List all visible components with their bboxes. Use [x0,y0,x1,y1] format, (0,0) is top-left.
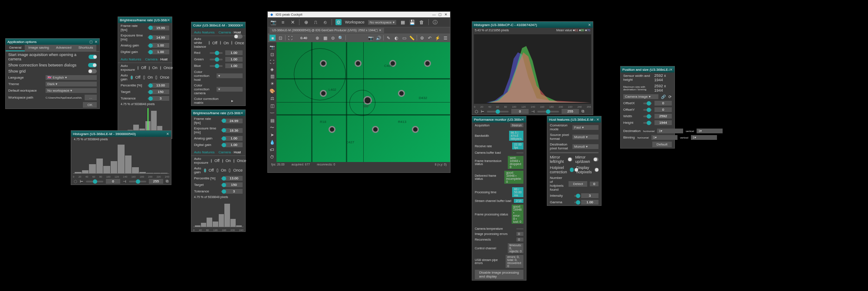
close-icon[interactable]: ✕ [670,68,673,72]
sound-icon[interactable]: 🔊 [375,35,381,41]
snap-icon[interactable]: ⊡ [277,35,283,41]
handle-left-icon[interactable]: ⊢ [80,179,83,184]
digital-value[interactable]: 1.00 [152,50,169,54]
gear-icon[interactable]: ⚙ [335,19,342,25]
exposure-value[interactable]: 14.99 [152,35,169,40]
close-icon[interactable]: ✕ [596,118,599,122]
handle-right-icon[interactable]: ⊣ [531,109,535,114]
autoexp-on[interactable] [149,66,150,70]
copy-icon[interactable]: ⧉ [166,179,168,184]
handle-right-icon[interactable]: ⊣ [123,179,126,184]
copy-icon[interactable]: ⧉ [582,109,584,114]
brightness1-titlebar[interactable]: Brightness/frame rate (U3-368xLE-M - 390… [118,17,172,23]
start-acq-toggle[interactable] [89,55,97,59]
mlr-toggle[interactable] [568,157,573,162]
camera-tool-icon[interactable]: 📷 [269,44,276,50]
autogain-once[interactable] [155,76,157,79]
blue-slider[interactable] [210,65,223,67]
low-slider[interactable] [86,181,103,182]
auto-toggle[interactable] [234,34,243,39]
framerate-value[interactable]: 15.99 [152,26,169,30]
color-titlebar[interactable]: Color (U3-368xLE-M - 3900000543)✕ [191,22,245,28]
histo-small-titlebar[interactable]: Histogram (U3-368xLE-M - 3900000543)✕ [71,131,171,137]
curve-tool-icon[interactable]: 〰 [269,110,276,116]
dpf-select[interactable]: Mono8 ▾ [572,144,598,149]
close-icon[interactable]: ✕ [95,40,98,44]
theme-select[interactable]: Dark ▾ [46,82,97,86]
link-icon[interactable]: ⎋ [322,19,328,25]
save-icon[interactable]: 💾 [409,19,415,25]
position-titlebar[interactable]: Position and size (U3-368xLE-M - 3900000… [621,66,674,73]
oy-slider[interactable] [643,109,652,111]
bin-h-select[interactable]: 1▾ [651,135,677,140]
zoom-value[interactable]: 0.40 [295,36,312,40]
zoom-out-icon[interactable]: ⊖ [330,35,336,41]
handle-left-icon[interactable]: ⊢ [481,109,484,114]
awb-once[interactable] [231,41,232,45]
menu2-icon[interactable]: ☰ [442,35,448,41]
adjust-tool-icon[interactable]: ⛶ [269,59,276,65]
bin-v-select[interactable]: 1▾ [691,135,717,140]
autogain-off[interactable] [131,76,132,79]
red-slider[interactable] [210,52,223,54]
tab-shortcuts[interactable]: Shortcuts [75,45,97,51]
fit-icon[interactable]: ⛶ [287,35,293,41]
detect-button[interactable]: Detect [569,181,587,187]
low-slider[interactable] [487,111,509,112]
framerate-slider[interactable] [148,27,149,29]
h-slider[interactable] [643,122,652,124]
expand-icon[interactable]: ▸ [231,99,233,103]
workspace-select[interactable]: No workspace ▾ [368,20,396,25]
log-icon[interactable]: ⬡ [74,179,77,184]
usb-icon[interactable]: ⎍ [312,19,319,25]
analog-slider[interactable] [148,45,149,46]
undo-icon[interactable]: ↶ [427,35,433,41]
network-icon[interactable]: ⊕ [303,19,309,25]
brightness2-titlebar[interactable]: Brightness/frame rate (U3-368xLE-M - 390… [191,110,245,116]
tool4-icon[interactable]: ◈ [269,66,276,73]
zoom-in-icon[interactable]: 🔍 [338,35,344,41]
gamma-slider[interactable] [574,202,579,203]
autogain-on[interactable] [143,76,145,79]
tag-tool-icon[interactable]: 🏷 [269,146,276,153]
info-icon[interactable]: ⓘ [432,19,438,25]
camera2-icon[interactable]: 📷 [368,35,374,41]
crosshair-icon[interactable]: ⊕ [314,35,320,41]
awb-on[interactable] [220,41,221,45]
exposure-tool-icon[interactable]: ☀ [269,80,276,87]
awb-off[interactable] [209,41,210,45]
grid-toggle[interactable] [88,69,97,73]
perf-titlebar[interactable]: Performance monitor (U3-368xLE-M - 39000… [472,116,526,122]
tolerance-slider[interactable] [148,98,149,99]
play-icon[interactable]: ■ [270,35,276,41]
percentile-value[interactable]: 13.00 [152,83,169,88]
host-titlebar[interactable]: Host features (U3-368xLE-M - 3900000543)… [547,116,601,122]
ox-slider[interactable] [643,103,652,104]
focus-tool-icon[interactable]: ⊡ [269,51,276,58]
dh-toggle[interactable] [595,168,598,172]
options-titlebar[interactable]: Application options ▢✕ [6,39,99,45]
perf-tool-icon[interactable]: ⏱ [269,154,276,160]
dec-v-select[interactable]: 1▾ [697,129,723,133]
palette-tool-icon[interactable]: 🎨 [269,88,276,94]
maximize-icon[interactable]: ▢ [438,13,442,17]
hist-tool-icon[interactable]: ◫ [269,103,276,109]
tab-advanced[interactable]: Advanced [53,45,75,51]
analog-value[interactable]: 1.00 [152,43,169,48]
close-icon[interactable]: ✕ [167,18,170,22]
high-slider[interactable] [537,111,559,112]
close-icon[interactable]: ✕ [444,13,447,17]
tool5-icon[interactable]: ▥ [269,73,276,80]
workspace-select[interactable]: No workspace ▾ [46,88,97,93]
ok-button[interactable]: OK [83,102,97,108]
conv-select[interactable]: Fast ▾ [572,125,598,130]
spf-select[interactable]: Mono8 ▾ [572,135,598,139]
minimize-icon[interactable]: — [432,13,436,17]
autoexp-off[interactable] [138,66,138,70]
ruler-icon[interactable]: 📏 [409,35,415,41]
layers-tool-icon[interactable]: ▤ [269,117,276,124]
wave-tool-icon[interactable]: 〜 [269,125,276,131]
contrast-icon[interactable]: ◐ [393,35,399,41]
target-slider[interactable] [148,91,149,93]
tab-general[interactable]: General [6,45,25,51]
